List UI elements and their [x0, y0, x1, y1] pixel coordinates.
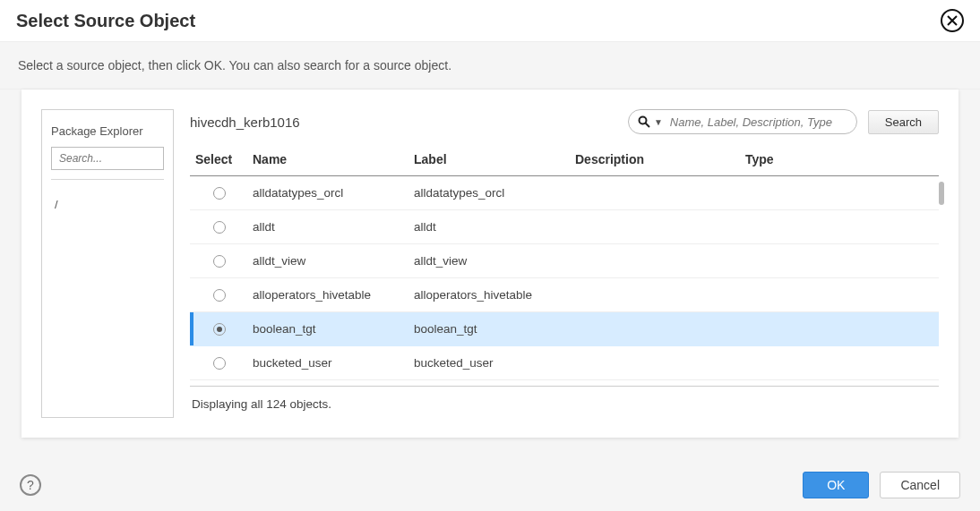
dialog-title: Select Source Object	[16, 11, 195, 31]
radio-dot-icon	[217, 327, 222, 332]
cell-name: bucketed_user	[253, 356, 414, 370]
status-text: Displaying all 124 objects.	[190, 386, 939, 413]
table-row[interactable]: bucketed_user bucketed_user	[190, 346, 939, 380]
close-button[interactable]	[941, 9, 964, 32]
header-label: Label	[414, 152, 575, 166]
right-top-bar: hivecdh_kerb1016 ▼ Search	[190, 109, 939, 134]
package-explorer-title: Package Explorer	[51, 124, 164, 138]
divider	[51, 179, 164, 180]
cell-name: alldt	[253, 220, 414, 234]
cell-label: alldt	[414, 220, 575, 234]
chevron-down-icon[interactable]: ▼	[654, 117, 663, 127]
vertical-scrollbar[interactable]	[939, 182, 944, 205]
content-panel: Package Explorer / hivecdh_kerb1016 ▼	[21, 89, 959, 438]
search-icon	[634, 115, 654, 128]
radio-button[interactable]	[213, 323, 226, 336]
radio-button[interactable]	[213, 255, 226, 268]
table-row[interactable]: boolean_tgt boolean_tgt	[190, 312, 939, 346]
footer-buttons: OK Cancel	[803, 472, 960, 498]
search-input[interactable]	[668, 115, 847, 130]
dialog-body: Package Explorer / hivecdh_kerb1016 ▼	[0, 89, 980, 459]
radio-button[interactable]	[213, 357, 226, 370]
cell-label: bucketed_user	[414, 356, 575, 370]
table-row[interactable]: alloperators_hivetable alloperators_hive…	[190, 278, 939, 312]
folder-path[interactable]: /	[51, 198, 164, 211]
close-icon	[947, 15, 958, 26]
cell-label: boolean_tgt	[414, 322, 575, 336]
svg-point-0	[639, 117, 646, 124]
titlebar: Select Source Object	[0, 0, 980, 42]
table-header: Select Name Label Description Type	[190, 145, 939, 176]
header-name: Name	[253, 152, 414, 166]
header-select: Select	[190, 152, 253, 166]
table-row[interactable]: alldatatypes_orcl alldatatypes_orcl	[190, 176, 939, 210]
dialog-footer: ? OK Cancel	[0, 459, 980, 511]
dialog-instruction: Select a source object, then click OK. Y…	[0, 42, 980, 89]
cancel-button[interactable]: Cancel	[880, 472, 960, 498]
left-column: Package Explorer /	[41, 109, 174, 418]
search-field[interactable]: ▼	[628, 109, 857, 134]
context-name: hivecdh_kerb1016	[190, 115, 300, 130]
help-button[interactable]: ?	[20, 474, 41, 496]
cell-name: alldt_view	[253, 254, 414, 268]
table-row[interactable]: alldt alldt	[190, 210, 939, 244]
radio-button[interactable]	[213, 187, 226, 200]
svg-line-1	[645, 123, 649, 128]
cell-label: alldatatypes_orcl	[414, 186, 575, 200]
select-source-object-dialog: Select Source Object Select a source obj…	[0, 0, 980, 511]
search-wrap: ▼ Search	[628, 109, 939, 134]
right-column: hivecdh_kerb1016 ▼ Search Select	[190, 109, 939, 418]
cell-name: alloperators_hivetable	[253, 288, 414, 302]
cell-label: alldt_view	[414, 254, 575, 268]
table-row[interactable]: alldt_view alldt_view	[190, 244, 939, 278]
cell-label: alloperators_hivetable	[414, 288, 575, 302]
radio-button[interactable]	[213, 289, 226, 302]
search-button[interactable]: Search	[868, 110, 939, 134]
cell-name: alldatatypes_orcl	[253, 186, 414, 200]
radio-button[interactable]	[213, 221, 226, 234]
header-description: Description	[575, 152, 745, 166]
cell-name: boolean_tgt	[253, 322, 414, 336]
help-icon: ?	[27, 478, 34, 492]
header-type: Type	[745, 152, 939, 166]
package-explorer-search-input[interactable]	[51, 147, 164, 170]
ok-button[interactable]: OK	[803, 472, 869, 498]
package-explorer: Package Explorer /	[41, 109, 174, 418]
table-body: alldatatypes_orcl alldatatypes_orcl alld…	[190, 176, 939, 380]
